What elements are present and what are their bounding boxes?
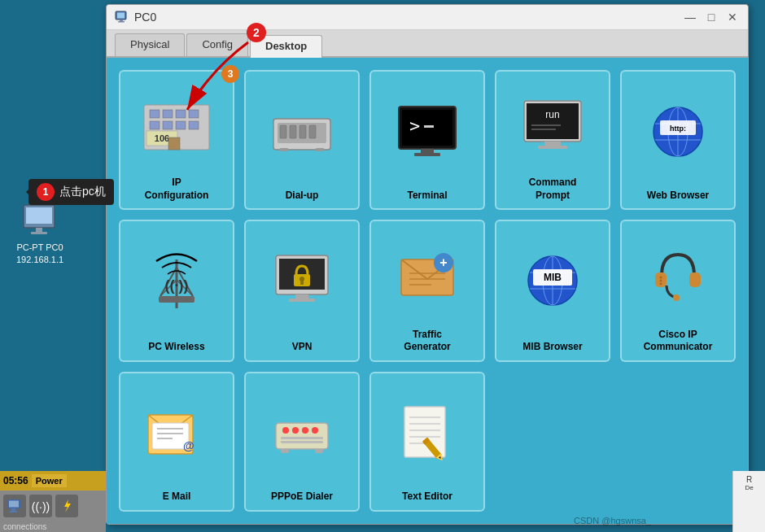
svg-point-78 (660, 277, 662, 279)
svg-text:106: 106 (155, 133, 169, 143)
window-title: PC0 (134, 11, 156, 24)
close-button[interactable]: ✕ (725, 10, 740, 24)
svg-rect-93 (281, 441, 323, 443)
taskbar-connections: connections (0, 521, 106, 532)
pppoe-label: PPPoE Dialer (271, 491, 333, 504)
app-pppoe[interactable]: PPPoE Dialer (244, 372, 360, 512)
annotation-badge-3: 3 (221, 65, 239, 83)
app-vpn[interactable]: VPN (244, 220, 360, 361)
app-command-prompt[interactable]: run CommandPrompt (495, 70, 610, 210)
terminal-icon: > (395, 102, 460, 159)
tooltip-text: 点击pc机 (59, 185, 106, 199)
command-prompt-icon: run (520, 97, 585, 154)
svg-rect-87 (276, 423, 328, 449)
svg-rect-19 (168, 137, 180, 150)
pppoe-icon (269, 403, 334, 464)
taskbar-power[interactable]: Power (32, 474, 67, 487)
svg-rect-14 (163, 121, 173, 129)
main-window: PC0 — □ ✕ Physical Config Desktop 3 (106, 4, 749, 525)
svg-point-79 (660, 280, 662, 282)
email-label: E Mail (163, 491, 191, 504)
pc-wireless-icon: ((·)) (144, 251, 209, 312)
pc-wireless-icon-area: ((·)) (125, 228, 229, 336)
dialup-icon (265, 102, 339, 159)
terminal-label: Terminal (407, 190, 447, 203)
svg-rect-31 (424, 125, 434, 128)
svg-text:((·)): ((·)) (165, 277, 189, 294)
minimize-button[interactable]: — (683, 10, 697, 24)
web-browser-icon-area: http: (626, 78, 730, 185)
svg-point-90 (302, 427, 308, 434)
traffic-gen-icon: + (395, 245, 460, 306)
svg-text:http:: http: (670, 124, 686, 133)
mib-browser-icon: MIB (520, 251, 585, 312)
tab-desktop[interactable]: Desktop (250, 35, 322, 58)
ip-config-icon-area: 106 (125, 78, 229, 172)
svg-rect-10 (163, 110, 173, 118)
tab-config[interactable]: Config (186, 33, 248, 56)
app-email[interactable]: @ E Mail (119, 372, 234, 512)
title-bar-left: PC0 (115, 10, 156, 24)
svg-rect-92 (281, 437, 323, 439)
svg-rect-22 (280, 125, 286, 138)
taskbar-bottom: ((·)) (0, 491, 106, 521)
taskbar-pc-icon[interactable] (3, 495, 26, 517)
pc-icon-area[interactable]: PC-PT PC0 192.168.1.1 (16, 203, 63, 264)
svg-rect-111 (11, 508, 15, 511)
svg-rect-25 (309, 125, 316, 138)
cisco-ip-label: Cisco IPCommunicator (644, 329, 713, 354)
app-traffic-generator[interactable]: + TrafficGenerator (369, 220, 485, 361)
svg-marker-114 (64, 499, 71, 512)
app-cisco-ip[interactable]: Cisco IPCommunicator (620, 220, 736, 361)
tab-physical[interactable]: Physical (115, 33, 185, 56)
app-ip-configuration[interactable]: 3 106 (119, 70, 234, 210)
svg-rect-112 (10, 511, 17, 512)
tooltip-bubble: 1 点击pc机 (28, 179, 114, 205)
svg-rect-6 (120, 20, 123, 21)
svg-rect-1 (26, 207, 52, 224)
text-editor-label: Text Editor (402, 491, 452, 504)
svg-rect-3 (31, 232, 47, 234)
email-icon-area: @ (125, 380, 229, 486)
svg-rect-53 (159, 296, 195, 303)
vpn-icon-area (250, 228, 354, 336)
window-icon (115, 10, 129, 24)
svg-rect-13 (150, 121, 160, 129)
svg-text:MIB: MIB (544, 272, 562, 283)
app-web-browser[interactable]: http: Web Browser (620, 70, 736, 210)
svg-rect-40 (538, 146, 567, 149)
dialup-label: Dial-up (286, 190, 319, 203)
taskbar-wifi-svg: ((·)) (32, 498, 50, 514)
taskbar-wifi-icon[interactable]: ((·)) (29, 495, 52, 517)
svg-text:+: + (439, 255, 447, 269)
maximize-button[interactable]: □ (704, 10, 719, 24)
dialup-icon-area (250, 78, 354, 185)
svg-point-77 (673, 294, 680, 301)
svg-rect-95 (315, 449, 323, 453)
svg-rect-5 (117, 13, 125, 19)
pc-wireless-label: PC Wireless (148, 341, 204, 354)
app-dialup[interactable]: Dial-up (244, 70, 360, 210)
taskbar: 05:56 Power ((·)) connections (0, 471, 106, 532)
svg-text:@: @ (183, 439, 195, 452)
app-text-editor[interactable]: Text Editor (369, 372, 485, 512)
pc-device-icon (20, 203, 60, 240)
svg-rect-33 (414, 153, 440, 156)
svg-point-80 (660, 283, 662, 286)
taskbar-time: 05:56 (3, 475, 28, 486)
svg-rect-7 (118, 21, 125, 23)
web-browser-label: Web Browser (647, 190, 709, 203)
svg-rect-16 (189, 121, 199, 129)
watermark: CSDN @hgswnsa_ (574, 516, 651, 525)
pc-ip: 192.168.1.1 (16, 255, 63, 264)
text-editor-icon (395, 403, 460, 464)
svg-rect-27 (316, 148, 324, 151)
svg-rect-39 (544, 142, 561, 146)
app-terminal[interactable]: > Terminal (369, 70, 485, 210)
terminal-icon-area: > (375, 78, 479, 185)
vpn-label: VPN (292, 341, 313, 354)
svg-rect-12 (189, 110, 199, 118)
app-mib-browser[interactable]: MIB MIB Browser (495, 220, 610, 361)
taskbar-power-icon[interactable] (55, 495, 78, 517)
app-pc-wireless[interactable]: ((·)) PC Wireless (119, 220, 234, 361)
